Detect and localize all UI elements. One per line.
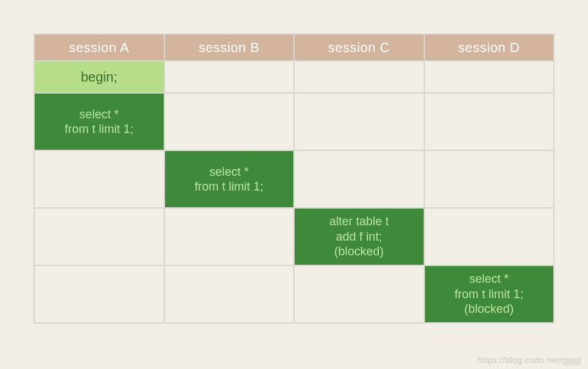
- cell-empty: [164, 265, 295, 323]
- cell-select-d: select * from t limit 1; (blocked): [425, 266, 554, 322]
- cell-empty: [424, 150, 555, 208]
- table-row: select * from t limit 1;: [34, 150, 554, 208]
- cell-empty: [164, 93, 295, 150]
- cell-empty: [424, 93, 555, 150]
- watermark-text: https://blog.csdn.net/gjggj: [477, 355, 581, 365]
- col-header-session-d: session D: [424, 34, 555, 61]
- col-header-session-b: session B: [164, 34, 295, 61]
- table-row: begin;: [34, 61, 554, 93]
- cell-empty: [34, 208, 164, 265]
- table-header-row: session A session B session C session D: [34, 34, 554, 61]
- cell-select-a: select * from t limit 1;: [35, 94, 164, 150]
- col-header-session-a: session A: [34, 34, 164, 61]
- cell-empty: [294, 150, 424, 208]
- cell-empty: [424, 208, 555, 265]
- cell-empty: [34, 265, 164, 323]
- table-row: select * from t limit 1; (blocked): [34, 265, 554, 323]
- cell-empty: [34, 150, 164, 208]
- cell-empty: [294, 93, 424, 150]
- cell-begin: begin;: [35, 62, 164, 92]
- cell-empty: [164, 61, 295, 93]
- cell-empty: [424, 61, 555, 93]
- session-lock-table: session A session B session C session D …: [33, 33, 555, 324]
- cell-select-b: select * from t limit 1;: [165, 151, 294, 207]
- cell-empty: [294, 61, 424, 93]
- table-row: alter table t add f int; (blocked): [34, 208, 554, 265]
- diagram-wrapper: session A session B session C session D …: [0, 0, 588, 330]
- table-row: select * from t limit 1;: [34, 93, 554, 150]
- cell-empty: [164, 208, 295, 265]
- cell-alter-c: alter table t add f int; (blocked): [295, 209, 424, 265]
- cell-empty: [294, 265, 424, 323]
- col-header-session-c: session C: [294, 34, 424, 61]
